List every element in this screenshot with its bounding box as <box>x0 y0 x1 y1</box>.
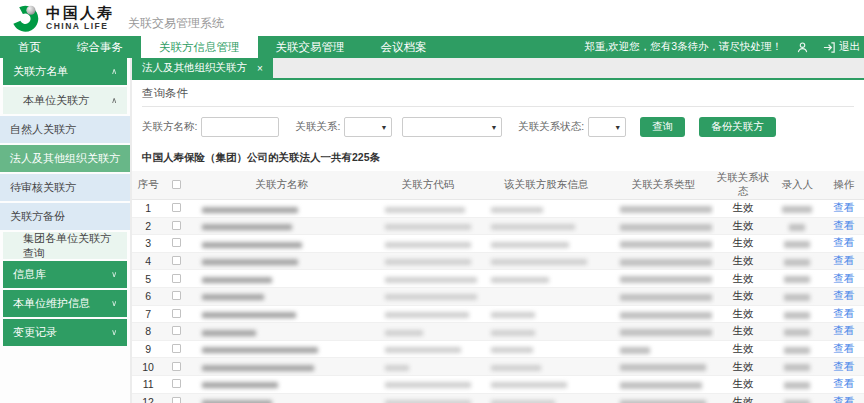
sidebar-item[interactable]: 法人及其他组织关联方 <box>0 145 130 172</box>
select-all-checkbox[interactable] <box>172 180 181 189</box>
relation-type-redacted <box>612 340 715 358</box>
view-link[interactable]: 查看 <box>833 254 854 266</box>
row-index: 11 <box>132 375 164 393</box>
row-checkbox[interactable] <box>172 274 181 283</box>
col-header-shareholder: 该关联方股东信息 <box>481 171 612 200</box>
relation-status: 生效 <box>715 235 771 253</box>
sidebar-item-label: 待审核关联方 <box>10 180 120 195</box>
result-summary: 中国人寿保险（集团）公司的关联法人一共有225条 <box>132 149 864 171</box>
caret-icon: ∨ <box>111 328 117 337</box>
party-name-input[interactable] <box>201 117 279 137</box>
view-link[interactable]: 查看 <box>833 342 854 354</box>
view-link[interactable]: 查看 <box>833 201 854 213</box>
view-link[interactable]: 查看 <box>833 395 854 403</box>
party-name-redacted[interactable] <box>188 305 375 323</box>
party-name-redacted[interactable] <box>188 393 375 403</box>
sidebar-item-label: 本单位关联方 <box>23 93 111 108</box>
logout-button[interactable]: 退出 <box>823 40 860 54</box>
party-name-redacted[interactable] <box>188 358 375 376</box>
row-checkbox[interactable] <box>172 326 181 335</box>
user-icon[interactable] <box>796 41 809 54</box>
row-checkbox[interactable] <box>172 397 181 403</box>
search-button[interactable]: 查询 <box>640 117 685 137</box>
view-link[interactable]: 查看 <box>833 307 854 319</box>
party-name-redacted[interactable] <box>188 287 375 305</box>
shareholder-info-redacted <box>481 358 612 376</box>
row-checkbox[interactable] <box>172 362 181 371</box>
party-name-redacted[interactable] <box>188 375 375 393</box>
row-checkbox[interactable] <box>172 291 181 300</box>
table-row: 5 生效 查看 <box>132 270 864 288</box>
sidebar-item[interactable]: 信息库 ∨ <box>3 261 127 288</box>
view-link[interactable]: 查看 <box>833 219 854 231</box>
nav-item[interactable]: 关联方信息管理 <box>141 36 258 58</box>
view-link[interactable]: 查看 <box>833 324 854 336</box>
tab-label: 法人及其他组织关联方 <box>142 61 247 75</box>
action-cell: 查看 <box>824 287 864 305</box>
view-link[interactable]: 查看 <box>833 289 854 301</box>
col-header-action: 操作 <box>824 171 864 200</box>
party-code-redacted <box>375 393 481 403</box>
view-link[interactable]: 查看 <box>833 236 854 248</box>
sidebar-item[interactable]: 关联方备份 <box>0 203 130 230</box>
row-index: 4 <box>132 252 164 270</box>
relation-status-select[interactable]: ▼ <box>588 117 626 137</box>
sidebar-item[interactable]: 本单位维护信息 ∨ <box>3 290 127 317</box>
sidebar-item[interactable]: 变更记录 ∨ <box>3 319 127 346</box>
sidebar-item[interactable]: 集团各单位关联方查询 <box>3 232 127 259</box>
party-name-redacted[interactable] <box>188 270 375 288</box>
party-name-redacted[interactable] <box>188 235 375 253</box>
relation-status: 生效 <box>715 200 771 218</box>
sidebar-item-label: 本单位维护信息 <box>13 296 111 311</box>
shareholder-info-redacted <box>481 340 612 358</box>
tab-close-icon[interactable]: × <box>257 63 263 74</box>
action-cell: 查看 <box>824 270 864 288</box>
col-header-name: 关联方名称 <box>188 171 375 200</box>
view-link[interactable]: 查看 <box>833 377 854 389</box>
relation-status: 生效 <box>715 252 771 270</box>
nav-item[interactable]: 首页 <box>0 36 59 58</box>
col-header-code: 关联方代码 <box>375 171 481 200</box>
brand-name-cn: 中国人寿 <box>46 5 114 20</box>
row-checkbox[interactable] <box>172 344 181 353</box>
brand-name-en: CHINA LIFE <box>46 22 114 31</box>
sidebar-item[interactable]: 本单位关联方 ∧ <box>3 87 127 114</box>
party-name-label: 关联方名称: <box>142 120 197 134</box>
table-row: 6 生效 查看 <box>132 287 864 305</box>
tab-legal-person-related-parties[interactable]: 法人及其他组织关联方 × <box>132 58 273 78</box>
relation-select-1[interactable]: ▼ <box>344 117 392 137</box>
party-name-redacted[interactable] <box>188 323 375 341</box>
party-code-redacted <box>375 235 481 253</box>
party-name-redacted[interactable] <box>188 217 375 235</box>
relation-type-redacted <box>612 217 715 235</box>
view-link[interactable]: 查看 <box>833 272 854 284</box>
row-checkbox[interactable] <box>172 256 181 265</box>
backup-related-party-button[interactable]: 备份关联方 <box>699 117 776 137</box>
sidebar-item[interactable]: 待审核关联方 <box>0 174 130 201</box>
row-checkbox-cell <box>164 217 188 235</box>
party-name-redacted[interactable] <box>188 340 375 358</box>
row-checkbox[interactable] <box>172 221 181 230</box>
sidebar-item[interactable]: 自然人关联方 <box>0 116 130 143</box>
row-checkbox[interactable] <box>172 203 181 212</box>
chevron-down-icon: ▼ <box>490 124 497 131</box>
query-panel: 查询条件 关联方名称: 关联关系: ▼ ▼ 关联关系状态: ▼ 查询 备份关联方 <box>132 80 864 149</box>
party-name-redacted[interactable] <box>188 252 375 270</box>
entered-by-redacted <box>771 375 823 393</box>
china-life-logo: 中国人寿 CHINA LIFE <box>12 4 114 32</box>
row-checkbox[interactable] <box>172 238 181 247</box>
relation-select-2[interactable]: ▼ <box>402 117 502 137</box>
action-cell: 查看 <box>824 200 864 218</box>
top-header: 中国人寿 CHINA LIFE 关联交易管理系统 <box>0 0 864 36</box>
party-code-redacted <box>375 217 481 235</box>
nav-item[interactable]: 关联交易管理 <box>258 36 363 58</box>
party-name-redacted[interactable] <box>188 200 375 218</box>
row-checkbox[interactable] <box>172 379 181 388</box>
nav-item[interactable]: 会议档案 <box>363 36 445 58</box>
nav-item[interactable]: 综合事务 <box>59 36 141 58</box>
party-code-redacted <box>375 323 481 341</box>
view-link[interactable]: 查看 <box>833 360 854 372</box>
sidebar-item[interactable]: 关联方名单 ∧ <box>3 58 127 85</box>
relation-status: 生效 <box>715 340 771 358</box>
row-checkbox[interactable] <box>172 309 181 318</box>
